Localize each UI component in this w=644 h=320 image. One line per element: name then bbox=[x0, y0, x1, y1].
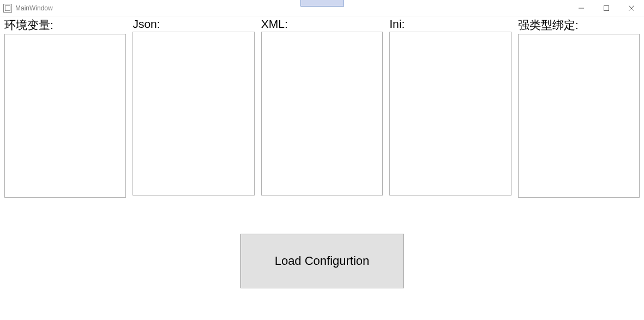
close-icon bbox=[629, 5, 634, 11]
maximize-button[interactable] bbox=[594, 0, 619, 16]
svg-rect-1 bbox=[604, 6, 609, 11]
titlebar: MainWindow bbox=[0, 0, 644, 16]
load-configuration-button[interactable]: Load Configurtion bbox=[240, 234, 404, 288]
button-row: Load Configurtion bbox=[4, 234, 640, 288]
column-env: 环境变量: bbox=[4, 17, 126, 198]
label-typed: 强类型绑定: bbox=[518, 17, 640, 33]
content-area: 环境变量: Json: XML: Ini: 强类型绑定: Load Config… bbox=[0, 16, 644, 288]
columns-row: 环境变量: Json: XML: Ini: 强类型绑定: bbox=[4, 16, 640, 198]
textbox-json[interactable] bbox=[133, 32, 254, 195]
column-json: Json: bbox=[133, 17, 254, 198]
column-typed: 强类型绑定: bbox=[518, 17, 640, 198]
column-ini: Ini: bbox=[389, 17, 511, 198]
label-json: Json: bbox=[133, 17, 254, 31]
window-title: MainWindow bbox=[15, 4, 53, 12]
textbox-env[interactable] bbox=[4, 34, 126, 198]
debug-tab[interactable] bbox=[300, 0, 344, 7]
label-ini: Ini: bbox=[389, 17, 511, 31]
textbox-ini[interactable] bbox=[389, 32, 511, 195]
label-xml: XML: bbox=[261, 17, 383, 31]
minimize-button[interactable] bbox=[569, 0, 594, 16]
app-icon bbox=[3, 4, 12, 13]
window-controls bbox=[569, 0, 644, 16]
label-env: 环境变量: bbox=[4, 17, 126, 33]
minimize-icon bbox=[579, 5, 584, 11]
textbox-typed[interactable] bbox=[518, 34, 640, 198]
textbox-xml[interactable] bbox=[261, 32, 383, 195]
close-button[interactable] bbox=[619, 0, 644, 16]
maximize-icon bbox=[604, 5, 609, 11]
column-xml: XML: bbox=[261, 17, 383, 198]
